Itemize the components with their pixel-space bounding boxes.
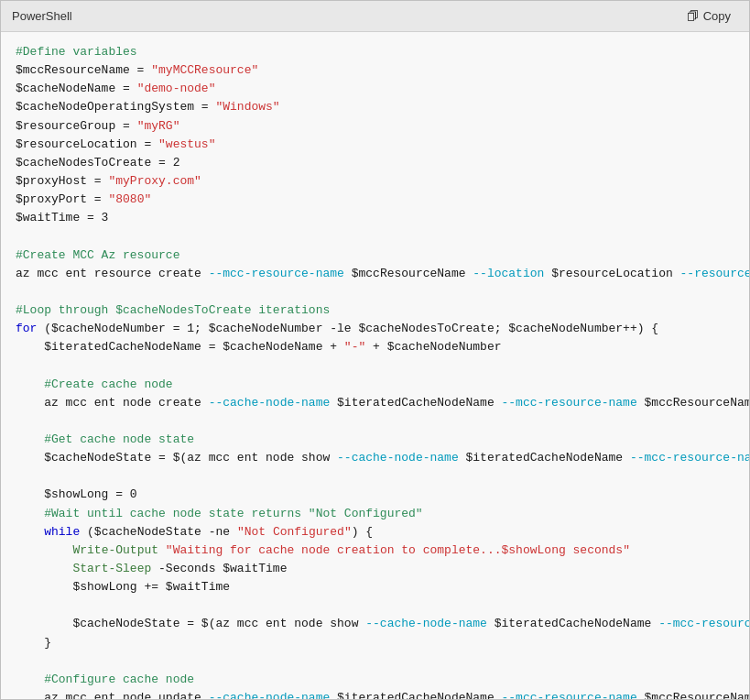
- code-line: #Create MCC Az resource: [16, 246, 734, 265]
- code-line: $cacheNodeOperatingSystem = "Windows": [16, 98, 734, 116]
- copy-button[interactable]: 🗍 Copy: [679, 5, 738, 27]
- empty-line: [16, 283, 734, 301]
- code-line: $mccResourceName = "myMCCResource": [16, 61, 734, 80]
- code-line: $proxyPort = "8080": [16, 191, 734, 209]
- code-line: az mcc ent node create --cache-node-name…: [16, 394, 734, 412]
- empty-line: [16, 596, 734, 615]
- code-line: #Loop through $cacheNodesToCreate iterat…: [16, 301, 734, 320]
- code-line: #Create cache node: [16, 376, 734, 394]
- title-bar: PowerShell 🗍 Copy: [1, 1, 749, 32]
- copy-label: Copy: [703, 9, 731, 23]
- code-line: #Configure cache node: [16, 671, 734, 689]
- empty-line: [16, 227, 734, 246]
- code-line: }: [16, 634, 734, 652]
- code-line: az mcc ent node update --cache-node-name…: [16, 689, 734, 699]
- empty-line: [16, 356, 734, 375]
- empty-line: [16, 412, 734, 431]
- copy-icon: 🗍: [687, 9, 699, 23]
- window-title: PowerShell: [12, 9, 72, 23]
- code-line: $resourceGroup = "myRG": [16, 117, 734, 136]
- code-line: for ($cacheNodeNumber = 1; $cacheNodeNum…: [16, 320, 734, 338]
- code-line: $cacheNodeState = $(az mcc ent node show…: [16, 615, 734, 633]
- code-line: Start-Sleep -Seconds $waitTime: [16, 560, 734, 578]
- code-line: #Wait until cache node state returns "No…: [16, 505, 734, 523]
- empty-line: [16, 652, 734, 671]
- code-line: $proxyHost = "myProxy.com": [16, 172, 734, 191]
- powershell-window: PowerShell 🗍 Copy #Define variables $mcc…: [0, 0, 750, 700]
- code-line: $showLong += $waitTime: [16, 578, 734, 596]
- code-line: Write-Output "Waiting for cache node cre…: [16, 541, 734, 560]
- code-line: az mcc ent resource create --mcc-resourc…: [16, 265, 734, 283]
- code-line: $resourceLocation = "westus": [16, 136, 734, 154]
- code-line: $waitTime = 3: [16, 209, 734, 227]
- code-area: #Define variables $mccResourceName = "my…: [1, 32, 749, 699]
- code-line: while ($cacheNodeState -ne "Not Configur…: [16, 523, 734, 541]
- code-line: $cacheNodeName = "demo-node": [16, 80, 734, 98]
- code-line: #Get cache node state: [16, 431, 734, 449]
- code-line: $cacheNodesToCreate = 2: [16, 154, 734, 172]
- code-line: $showLong = 0: [16, 486, 734, 504]
- code-line: #Define variables: [16, 43, 734, 61]
- code-line: $iteratedCacheNodeName = $cacheNodeName …: [16, 338, 734, 356]
- empty-line: [16, 467, 734, 486]
- code-line: $cacheNodeState = $(az mcc ent node show…: [16, 449, 734, 467]
